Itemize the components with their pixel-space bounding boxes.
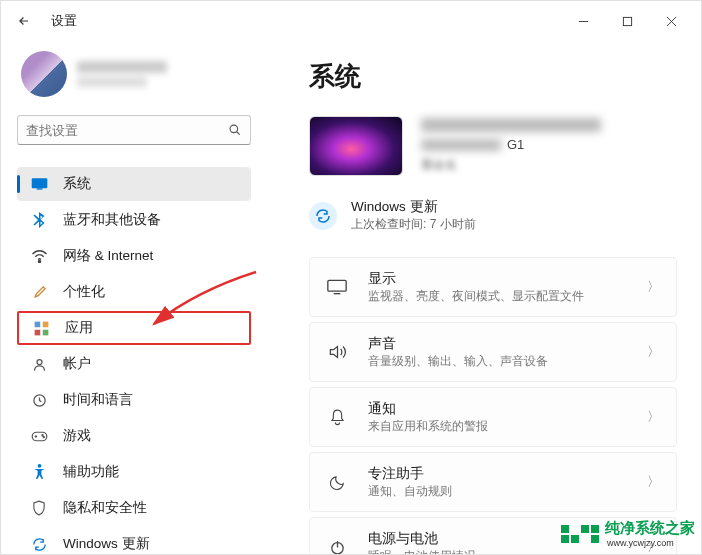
sidebar-item-gaming[interactable]: 游戏 <box>17 419 251 453</box>
sidebar-item-label: 辅助功能 <box>63 463 119 481</box>
sidebar-item-label: 帐户 <box>63 355 91 373</box>
profile-text <box>77 61 167 87</box>
sidebar-item-system[interactable]: 系统 <box>17 167 251 201</box>
sound-icon <box>326 344 348 360</box>
device-rename: 重命名 <box>421 157 601 174</box>
windows-update-status[interactable]: Windows 更新 上次检查时间: 7 小时前 <box>309 190 677 241</box>
maximize-button[interactable] <box>605 3 649 39</box>
svg-rect-12 <box>42 329 48 335</box>
sidebar-item-accounts[interactable]: 帐户 <box>17 347 251 381</box>
wifi-icon <box>29 249 49 263</box>
tile-title: 通知 <box>368 400 647 418</box>
apps-icon <box>31 321 51 336</box>
tile-subtitle: 通知、自动规则 <box>368 484 647 499</box>
update-subtitle: 上次检查时间: 7 小时前 <box>351 216 476 233</box>
search-box[interactable] <box>17 115 251 145</box>
svg-rect-7 <box>36 188 42 189</box>
watermark-text: 纯净系统之家 <box>605 519 695 536</box>
tile-subtitle: 睡眠、电池使用情况、 <box>368 549 647 554</box>
sidebar-item-label: 应用 <box>65 319 93 337</box>
sidebar-item-label: 时间和语言 <box>63 391 133 409</box>
avatar <box>21 51 67 97</box>
sidebar-item-personalization[interactable]: 个性化 <box>17 275 251 309</box>
page-title: 系统 <box>309 59 677 94</box>
sidebar-item-label: Windows 更新 <box>63 535 150 553</box>
svg-point-4 <box>230 125 238 133</box>
svg-rect-10 <box>42 321 48 327</box>
display-icon <box>326 279 348 295</box>
moon-icon <box>326 474 348 491</box>
tile-notifications[interactable]: 通知 来自应用和系统的警报 〉 <box>309 387 677 447</box>
gamepad-icon <box>29 430 49 443</box>
sidebar-item-apps[interactable]: 应用 <box>17 311 251 345</box>
svg-point-17 <box>43 436 44 437</box>
bell-icon <box>326 408 348 426</box>
profile[interactable] <box>21 51 251 97</box>
shield-icon <box>29 500 49 516</box>
svg-rect-1 <box>623 17 631 25</box>
watermark-logo <box>561 525 599 543</box>
svg-rect-11 <box>34 329 40 335</box>
brush-icon <box>29 285 49 300</box>
chevron-right-icon: 〉 <box>647 473 660 491</box>
svg-rect-19 <box>328 280 346 291</box>
clock-icon <box>29 393 49 408</box>
svg-point-13 <box>37 359 42 364</box>
sidebar-item-label: 游戏 <box>63 427 91 445</box>
svg-rect-9 <box>34 321 40 327</box>
tile-subtitle: 来自应用和系统的警报 <box>368 419 647 434</box>
accounts-icon <box>29 357 49 372</box>
search-icon <box>228 123 242 137</box>
svg-line-5 <box>237 132 240 135</box>
sidebar-item-label: 网络 & Internet <box>63 247 153 265</box>
tile-display[interactable]: 显示 监视器、亮度、夜间模式、显示配置文件 〉 <box>309 257 677 317</box>
device-model-blurred <box>421 139 501 151</box>
sidebar-item-label: 系统 <box>63 175 91 193</box>
minimize-button[interactable] <box>561 3 605 39</box>
back-button[interactable] <box>9 6 39 36</box>
chevron-right-icon: 〉 <box>647 408 660 426</box>
device-model-suffix: G1 <box>507 137 524 152</box>
sidebar-item-privacy[interactable]: 隐私和安全性 <box>17 491 251 525</box>
svg-point-18 <box>37 464 41 468</box>
bluetooth-icon <box>29 212 49 228</box>
tile-title: 声音 <box>368 335 647 353</box>
device-name-blurred <box>421 118 601 132</box>
update-icon <box>309 202 337 230</box>
watermark-url: www.ycwjzy.com <box>607 538 695 548</box>
update-title: Windows 更新 <box>351 198 476 216</box>
close-button[interactable] <box>649 3 693 39</box>
sidebar-item-update[interactable]: Windows 更新 <box>17 527 251 554</box>
svg-point-8 <box>38 261 40 263</box>
chevron-right-icon: 〉 <box>647 278 660 296</box>
tile-subtitle: 音量级别、输出、输入、声音设备 <box>368 354 647 369</box>
window-title: 设置 <box>51 12 77 30</box>
sidebar-item-network[interactable]: 网络 & Internet <box>17 239 251 273</box>
chevron-right-icon: 〉 <box>647 343 660 361</box>
power-icon <box>326 539 348 555</box>
tile-sound[interactable]: 声音 音量级别、输出、输入、声音设备 〉 <box>309 322 677 382</box>
device-info[interactable]: G1 重命名 <box>309 116 677 176</box>
update-icon <box>29 537 49 552</box>
sidebar-item-bluetooth[interactable]: 蓝牙和其他设备 <box>17 203 251 237</box>
tile-focus[interactable]: 专注助手 通知、自动规则 〉 <box>309 452 677 512</box>
sidebar-item-accessibility[interactable]: 辅助功能 <box>17 455 251 489</box>
svg-rect-6 <box>31 178 47 188</box>
sidebar-item-time[interactable]: 时间和语言 <box>17 383 251 417</box>
sidebar-item-label: 蓝牙和其他设备 <box>63 211 161 229</box>
sidebar-item-label: 个性化 <box>63 283 105 301</box>
system-icon <box>29 177 49 191</box>
sidebar-item-label: 隐私和安全性 <box>63 499 147 517</box>
watermark: 纯净系统之家 www.ycwjzy.com <box>561 519 695 548</box>
device-thumbnail <box>309 116 403 176</box>
search-input[interactable] <box>26 123 228 138</box>
svg-point-16 <box>41 434 42 435</box>
accessibility-icon <box>29 464 49 480</box>
tile-title: 专注助手 <box>368 465 647 483</box>
tile-title: 显示 <box>368 270 647 288</box>
tile-subtitle: 监视器、亮度、夜间模式、显示配置文件 <box>368 289 647 304</box>
